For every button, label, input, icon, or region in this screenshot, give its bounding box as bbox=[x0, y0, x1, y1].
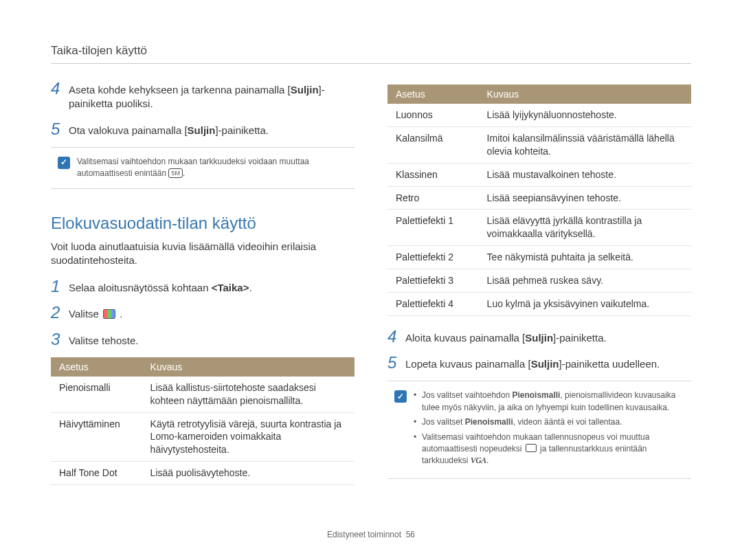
cell-desc: Lisää mustavalkoinen tehoste. bbox=[479, 163, 691, 186]
cell-desc: Lisää seepiansävyinen tehoste. bbox=[479, 186, 691, 210]
note-icon: ✓ bbox=[394, 390, 407, 403]
text: Selaa aloitusnäytössä kohtaan bbox=[69, 282, 212, 293]
text: . bbox=[486, 456, 488, 465]
table-row: RetroLisää seepiansävyinen tehoste. bbox=[387, 186, 691, 210]
th-asetus: Asetus bbox=[51, 357, 142, 377]
cell-setting: Palettiefekti 1 bbox=[387, 210, 479, 246]
table-row: Palettiefekti 4Luo kylmä ja yksisävyinen… bbox=[387, 293, 691, 316]
step-number: 1 bbox=[51, 278, 62, 295]
th-asetus: Asetus bbox=[387, 85, 479, 104]
cell-setting: Palettiefekti 2 bbox=[387, 246, 479, 269]
table-row: Half Tone Dot Lisää puolisävytehoste. bbox=[51, 462, 355, 485]
cell-setting: Klassinen bbox=[387, 163, 479, 186]
footer-page: 56 bbox=[406, 530, 415, 539]
list-item: Jos valitset vaihtoehdon Pienoismalli, p… bbox=[414, 390, 684, 414]
table-row: LuonnosLisää lyijykynäluonnostehoste. bbox=[387, 104, 691, 126]
cell-desc: Lisää kallistus-siirtotehoste saadaksesi… bbox=[142, 377, 355, 412]
cell-setting: Palettiefekti 4 bbox=[387, 293, 479, 316]
step-5-top: 5 Ota valokuva painamalla [Suljin]-paini… bbox=[51, 121, 355, 137]
cell-setting: Häivyttäminen bbox=[51, 412, 142, 462]
step-number: 2 bbox=[51, 304, 62, 321]
step-number: 4 bbox=[51, 80, 62, 111]
footer-section: Edistyneet toiminnot bbox=[327, 530, 401, 539]
step-4-top: 4 Aseta kohde kehykseen ja tarkenna pain… bbox=[51, 80, 355, 111]
cell-setting: Palettiefekti 3 bbox=[387, 269, 479, 293]
step-text: Aloita kuvaus painamalla [Suljin]-painik… bbox=[405, 328, 607, 345]
step-number: 4 bbox=[387, 328, 398, 345]
step-number: 5 bbox=[387, 355, 398, 371]
list-item: Jos valitset Pienoismalli, videon ääntä … bbox=[414, 416, 684, 428]
text: ]-painiketta. bbox=[553, 332, 607, 344]
note-text: Valitsemasi vaihtoehdon mukaan tarkkuude… bbox=[77, 156, 348, 180]
table-row: Palettiefekti 2Tee näkymistä puhtaita ja… bbox=[387, 246, 691, 269]
list-item: Valitsemasi vaihtoehdon mukaan tallennus… bbox=[414, 432, 684, 467]
cell-desc: Lisää puolisävytehoste. bbox=[142, 462, 355, 485]
note-icon: ✓ bbox=[58, 157, 70, 169]
text: ]-painiketta uudelleen. bbox=[559, 358, 660, 370]
step-text: Aseta kohde kehykseen ja tarkenna painam… bbox=[69, 80, 355, 111]
right-column: Asetus Kuvaus LuonnosLisää lyijykynäluon… bbox=[387, 80, 691, 485]
text: , videon ääntä ei voi tallentaa. bbox=[513, 417, 622, 427]
table-row: Häivyttäminen Käytä retrotyylisiä värejä… bbox=[51, 412, 355, 462]
left-column: 4 Aseta kohde kehykseen ja tarkenna pain… bbox=[51, 80, 355, 485]
text: Aloita kuvaus painamalla [ bbox=[405, 332, 525, 344]
text: Aseta kohde kehykseen ja tarkenna painam… bbox=[69, 84, 291, 96]
text-bold: Suljin bbox=[188, 124, 216, 136]
cell-desc: Imitoi kalansilmälinssiä vääristämällä l… bbox=[479, 126, 691, 163]
cell-desc: Tee näkymistä puhtaita ja selkeitä. bbox=[479, 246, 691, 269]
step-3: 3 Valitse tehoste. bbox=[51, 331, 355, 348]
cell-desc: Lisää pehmeä ruskea sävy. bbox=[479, 269, 691, 293]
note-box-right: ✓ Jos valitset vaihtoehdon Pienoismalli,… bbox=[387, 381, 691, 478]
options-table-right: Asetus Kuvaus LuonnosLisää lyijykynäluon… bbox=[387, 85, 691, 316]
cell-desc: Lisää elävyyttä jyrkällä kontrastilla ja… bbox=[479, 210, 691, 246]
options-table-left: Asetus Kuvaus Pienoismalli Lisää kallist… bbox=[51, 357, 355, 485]
step-text: Valitse tehoste. bbox=[69, 331, 138, 348]
badge-5m: 5M bbox=[168, 168, 183, 178]
table-row: Palettiefekti 3Lisää pehmeä ruskea sävy. bbox=[387, 269, 691, 293]
note-list: Jos valitset vaihtoehdon Pienoismalli, p… bbox=[414, 390, 684, 469]
page-header: Taika-tilojen käyttö bbox=[51, 44, 691, 58]
text-bold: Suljin bbox=[531, 358, 559, 370]
text-bold: Suljin bbox=[525, 332, 553, 344]
text: Valitse bbox=[69, 308, 102, 320]
text-bold: Suljin bbox=[291, 84, 319, 96]
text-bold: <Taika> bbox=[212, 282, 249, 293]
step-number: 5 bbox=[51, 121, 62, 137]
text: Lopeta kuvaus painamalla [ bbox=[405, 358, 531, 370]
th-kuvaus: Kuvaus bbox=[142, 357, 355, 377]
step-text: Lopeta kuvaus painamalla [Suljin]-painik… bbox=[405, 355, 660, 371]
step-number: 3 bbox=[51, 331, 62, 348]
filter-grid-icon bbox=[103, 309, 115, 319]
cell-setting: Luonnos bbox=[387, 104, 479, 126]
cell-setting: Pienoismalli bbox=[51, 377, 142, 412]
text: . bbox=[117, 308, 122, 320]
table-row: KlassinenLisää mustavalkoinen tehoste. bbox=[387, 163, 691, 186]
section-intro: Voit luoda ainutlaatuisia kuvia lisäämäl… bbox=[51, 240, 355, 268]
step-1: 1 Selaa aloitusnäytössä kohtaan <Taika>. bbox=[51, 278, 355, 295]
text-bold: Pienoismalli bbox=[465, 417, 513, 427]
step-5-right: 5 Lopeta kuvaus painamalla [Suljin]-pain… bbox=[387, 355, 691, 371]
text: Jos valitset bbox=[422, 417, 465, 427]
text: ]-painiketta. bbox=[215, 124, 269, 136]
text: Ota valokuva painamalla [ bbox=[69, 124, 188, 136]
cell-desc: Käytä retrotyylisiä värejä, suurta kontr… bbox=[142, 412, 355, 462]
cell-setting: Retro bbox=[387, 186, 479, 210]
section-heading: Elokuvasuodatin-tilan käyttö bbox=[51, 214, 355, 233]
cell-desc: Luo kylmä ja yksisävyinen vaikutelma. bbox=[479, 293, 691, 316]
step-4-right: 4 Aloita kuvaus painamalla [Suljin]-pain… bbox=[387, 328, 691, 345]
step-text: Ota valokuva painamalla [Suljin]-painike… bbox=[69, 121, 269, 137]
table-row: Palettiefekti 1Lisää elävyyttä jyrkällä … bbox=[387, 210, 691, 246]
table-row: KalansilmäImitoi kalansilmälinssiä vääri… bbox=[387, 126, 691, 163]
step-text: Valitse . bbox=[69, 304, 122, 321]
speed-icon bbox=[526, 444, 537, 452]
text: . bbox=[249, 282, 251, 293]
cell-desc: Lisää lyijykynäluonnostehoste. bbox=[479, 104, 691, 126]
text: Valitsemasi vaihtoehdon mukaan tarkkuude… bbox=[77, 157, 309, 178]
text-bold: Pienoismalli bbox=[512, 390, 560, 400]
step-2: 2 Valitse . bbox=[51, 304, 355, 321]
table-row: Pienoismalli Lisää kallistus-siirtotehos… bbox=[51, 377, 355, 412]
th-kuvaus: Kuvaus bbox=[479, 85, 691, 104]
step-text: Selaa aloitusnäytössä kohtaan <Taika>. bbox=[69, 278, 252, 295]
vga-label: VGA bbox=[471, 456, 486, 465]
header-rule bbox=[51, 63, 691, 64]
